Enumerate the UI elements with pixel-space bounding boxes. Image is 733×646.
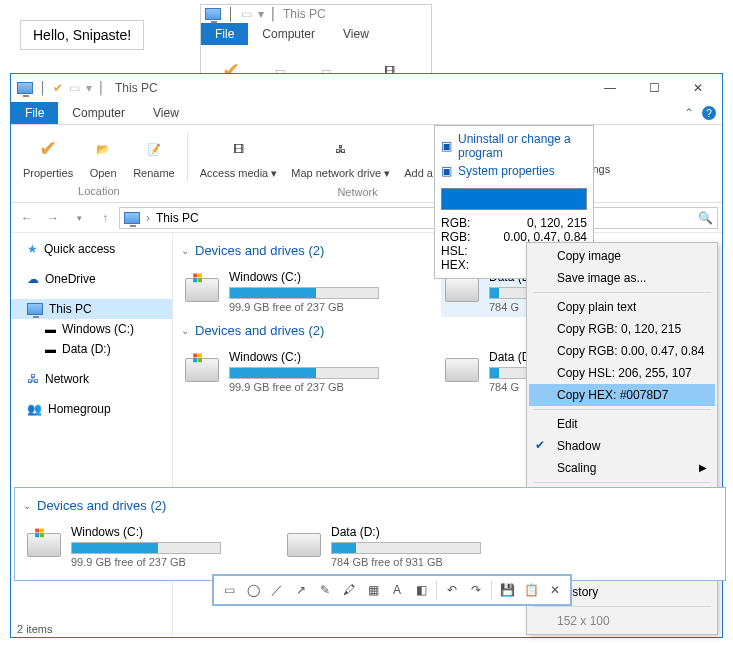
drive-icon [445,278,479,302]
map-drive-button[interactable]: 🖧Map network drive ▾ [285,129,396,184]
menu-scaling[interactable]: Scaling▶ [529,457,715,479]
divider-icon: │ [270,7,278,21]
forward-button[interactable]: → [41,206,65,230]
search-icon: 🔍 [698,211,713,225]
drive-icon: ▬ [45,323,56,335]
network-drive-icon: 🖧 [325,133,357,165]
star-icon: ★ [27,242,38,256]
address-bar: ← → ▾ ↑ › This PC 🔍 [11,203,722,233]
qat-title: This PC [283,7,326,21]
pencil-tool[interactable]: ✎ [314,579,336,601]
submenu-arrow-icon: ▶ [699,462,707,473]
monitor-icon [124,212,140,224]
uninstall-link[interactable]: ▣Uninstall or change a program [441,130,587,162]
open-button[interactable]: 📂Open [81,129,125,183]
color-swatch [441,188,587,210]
drive-windows-c[interactable]: Windows (C:)99.9 GB free of 237 GB [181,346,421,397]
tab-view[interactable]: View [329,23,383,45]
line-tool[interactable]: ／ [266,579,288,601]
rename-button[interactable]: 📝Rename [127,129,181,183]
tab-view[interactable]: View [139,102,193,124]
doc-icon: ▭ [241,7,252,21]
monitor-icon [17,82,33,94]
menu-copy-rgb-int[interactable]: Copy RGB: 0, 120, 215 [529,318,715,340]
help-icon[interactable]: ? [702,106,716,120]
chevron-down-icon: ▾ [86,81,92,95]
tab-computer[interactable]: Computer [58,102,139,124]
nav-homegroup[interactable]: 👥Homegroup [11,399,172,419]
drive-icon [185,278,219,302]
ribbon: ✔Properties 📂Open 📝Rename Location 🎞Acce… [11,125,722,203]
menu-copy-plain-text[interactable]: Copy plain text [529,296,715,318]
network-icon: 🖧 [27,372,39,386]
drive-data-d[interactable]: Data (D:)784 GB free of 931 GB [283,521,523,572]
maximize-button[interactable]: ☐ [632,74,676,102]
drive-icon [27,533,61,557]
marker-tool[interactable]: 🖍 [338,579,360,601]
close-button[interactable]: ✕ [676,74,720,102]
menu-dimensions: 152 x 100 [529,610,715,632]
mosaic-tool[interactable]: ▦ [362,579,384,601]
nav-this-pc[interactable]: This PC [11,299,172,319]
tab-computer[interactable]: Computer [248,23,329,45]
undo-button[interactable]: ↶ [441,579,463,601]
close-button[interactable]: ✕ [544,579,566,601]
media-icon: 🎞 [222,133,254,165]
nav-quick-access[interactable]: ★Quick access [11,239,172,259]
redo-button[interactable]: ↷ [465,579,487,601]
eraser-tool[interactable]: ◧ [410,579,432,601]
menu-edit[interactable]: Edit [529,413,715,435]
tab-file[interactable]: File [201,23,248,45]
menu-copy-hsl[interactable]: Copy HSL: 206, 255, 107 [529,362,715,384]
chevron-down-icon: ⌄ [181,325,189,336]
properties-button[interactable]: ✔Properties [17,129,79,183]
drive-icon [445,358,479,382]
minimize-button[interactable]: — [588,74,632,102]
chevron-down-icon: ⌄ [23,500,31,511]
nav-network[interactable]: 🖧Network [11,369,172,389]
drive-icon [287,533,321,557]
homegroup-icon: 👥 [27,402,42,416]
menu-shadow[interactable]: ✔Shadow [529,435,715,457]
window-title: This PC [115,81,158,95]
arrow-tool[interactable]: ↗ [290,579,312,601]
menu-copy-hex[interactable]: Copy HEX: #0078D7 [529,384,715,406]
monitor-icon [27,303,43,315]
chevron-down-icon: ▾ [258,7,264,21]
status-bar: 2 items [17,623,52,635]
group-header[interactable]: ⌄Devices and drives (2) [23,492,717,521]
ellipse-tool[interactable]: ◯ [242,579,264,601]
text-tool[interactable]: A [386,579,408,601]
nav-windows-c[interactable]: ▬Windows (C:) [11,319,172,339]
rect-tool[interactable]: ▭ [218,579,240,601]
nav-data-d[interactable]: ▬Data (D:) [11,339,172,359]
access-media-button[interactable]: 🎞Access media ▾ [194,129,284,184]
doc-icon: ▭ [69,81,80,95]
menu-copy-rgb-dec[interactable]: Copy RGB: 0.00, 0.47, 0.84 [529,340,715,362]
copy-button[interactable]: 📋 [520,579,542,601]
check-icon: ✔ [32,133,64,165]
drive-icon [185,358,219,382]
open-icon: 📂 [87,133,119,165]
back-button[interactable]: ← [15,206,39,230]
nav-onedrive[interactable]: ☁OneDrive [11,269,172,289]
save-button[interactable]: 💾 [496,579,518,601]
chevron-up-icon[interactable]: ⌃ [684,106,694,120]
annotation-toolbar: ▭ ◯ ／ ↗ ✎ 🖍 ▦ A ◧ ↶ ↷ 💾 📋 ✕ [212,574,572,606]
recent-button[interactable]: ▾ [67,206,91,230]
divider-icon: │ [98,81,106,95]
up-button[interactable]: ↑ [93,206,117,230]
group-label-network: Network [337,184,377,202]
drive-windows-c[interactable]: Windows (C:)99.9 GB free of 237 GB [181,266,421,317]
snipaste-badge: Hello, Snipaste! [20,20,144,50]
system-props-link[interactable]: ▣System properties [441,162,587,180]
menu-save-image-as[interactable]: Save image as... [529,267,715,289]
bottom-snip: ⌄Devices and drives (2) Windows (C:)99.9… [14,487,726,581]
divider-icon: │ [227,7,235,21]
chevron-down-icon: ⌄ [181,245,189,256]
program-icon: ▣ [441,139,452,153]
menu-copy-image[interactable]: Copy image [529,245,715,267]
drive-windows-c[interactable]: Windows (C:)99.9 GB free of 237 GB [23,521,263,572]
monitor-icon [205,8,221,20]
tab-file[interactable]: File [11,102,58,124]
